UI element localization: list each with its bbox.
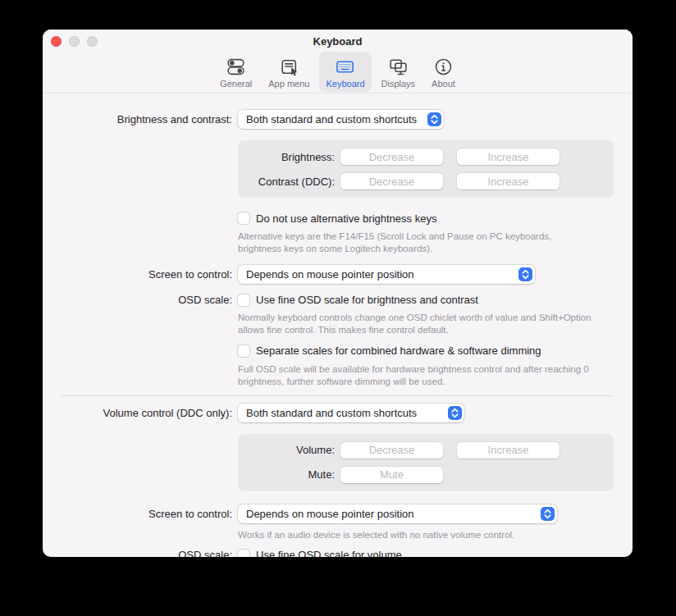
alt-keys-help-text: Alternative keys are the F14/F15 (Scroll… (238, 230, 596, 255)
contrast-row-label: Contrast (DDC): (238, 176, 335, 188)
popup-updown-chevron-icon (427, 112, 441, 126)
brightness-shortcuts-select[interactable]: Both standard and custom shortcuts (238, 110, 444, 129)
volume-control-label: Volume control (DDC only): (43, 407, 232, 419)
mute-shortcut-button[interactable]: Mute (340, 467, 443, 483)
volume-shortcuts-select[interactable]: Both standard and custom shortcuts (238, 404, 464, 422)
mute-row-label: Mute: (238, 468, 335, 481)
osd-scale-label: OSD scale: (43, 294, 232, 306)
screen-to-control-label: Screen to control: (43, 268, 232, 281)
brightness-contrast-label: Brightness and contrast: (43, 113, 232, 125)
alt-brightness-keys-checkbox[interactable] (238, 212, 249, 224)
volume-row-label: Volume: (238, 444, 335, 456)
tab-label: Keyboard (326, 79, 364, 89)
tab-label: App menu (268, 79, 309, 89)
menu-cursor-icon (279, 56, 299, 77)
info-icon (433, 56, 454, 77)
popup-updown-chevron-icon (518, 267, 532, 281)
switches-icon (226, 56, 246, 77)
window-title: Keyboard (43, 30, 633, 52)
tab-label: About (432, 79, 455, 89)
contrast-decrease-shortcut-button[interactable]: Decrease (340, 173, 443, 189)
volume-screen-select[interactable]: Depends on mouse pointer position (238, 504, 557, 523)
tab-label: General (220, 79, 252, 89)
titlebar: Keyboard General (43, 30, 633, 94)
brightness-screen-select[interactable]: Depends on mouse pointer position (238, 265, 535, 284)
contrast-increase-shortcut-button[interactable]: Increase (457, 173, 560, 189)
screen-to-control-label: Screen to control: (43, 508, 232, 520)
tab-general[interactable]: General (213, 52, 258, 92)
tab-label: Displays (381, 79, 416, 89)
brightness-row-label: Brightness: (238, 151, 335, 163)
tab-displays[interactable]: Displays (375, 52, 422, 92)
popup-updown-chevron-icon (541, 507, 555, 521)
fine-osd-help-text: Normally keyboard controls change one OS… (238, 312, 596, 336)
displays-icon (388, 56, 409, 77)
volume-increase-shortcut-button[interactable]: Increase (457, 442, 560, 459)
settings-content: Brightness and contrast: Both standard a… (43, 94, 633, 557)
fine-osd-brightness-checkbox[interactable] (238, 294, 249, 306)
brightness-shortcuts-group: Brightness: Decrease Increase Contrast (… (238, 140, 614, 198)
volume-screen-help-text: Works if an audio device is selected wit… (238, 529, 514, 541)
section-divider (62, 395, 614, 396)
fine-osd-volume-checkbox[interactable] (238, 550, 249, 557)
brightness-decrease-shortcut-button[interactable]: Decrease (340, 148, 443, 165)
toolbar: General App menu (43, 52, 633, 92)
brightness-increase-shortcut-button[interactable]: Increase (457, 148, 560, 165)
separate-scales-help-text: Full OSD scale will be available for har… (238, 363, 596, 388)
volume-shortcuts-group: Volume: Decrease Increase Mute: Mute (238, 434, 614, 491)
osd-scale-label: OSD scale: (43, 549, 232, 557)
preferences-window: Keyboard General (43, 30, 633, 557)
separate-scales-checkbox[interactable] (238, 345, 249, 357)
volume-decrease-shortcut-button[interactable]: Decrease (340, 442, 443, 459)
tab-about[interactable]: About (425, 52, 462, 92)
tab-app-menu[interactable]: App menu (262, 52, 316, 92)
keyboard-icon (335, 56, 355, 77)
popup-updown-chevron-icon (448, 406, 462, 420)
tab-keyboard[interactable]: Keyboard (319, 52, 371, 92)
